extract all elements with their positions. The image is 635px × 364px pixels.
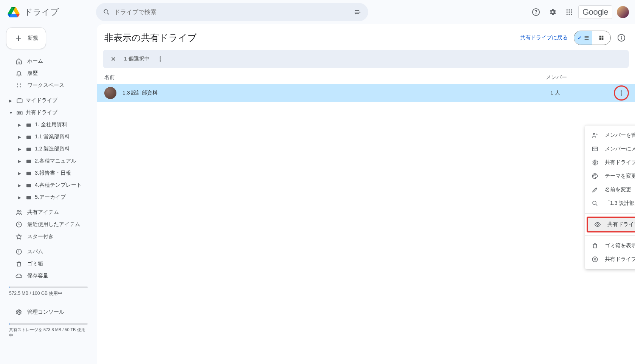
sidebar-trash[interactable]: ゴミ箱 (6, 258, 91, 270)
sidebar-storage[interactable]: 保存容量 (6, 270, 91, 282)
apps-icon[interactable] (562, 5, 577, 20)
menu-item-label: テーマを変更 (605, 173, 635, 180)
sidebar-item-label: 1.2 製造部資料 (35, 146, 70, 152)
svg-point-0 (355, 10, 356, 11)
sidebar-drive-child[interactable]: ▶5.アーカイブ (15, 191, 91, 203)
sidebar-drive-child[interactable]: ▶1.2 製造部資料 (15, 143, 91, 155)
selection-more-icon[interactable] (153, 51, 168, 67)
selection-bar: 1 個選択中 (103, 50, 629, 68)
svg-point-30 (20, 211, 21, 212)
star-icon (15, 233, 23, 240)
svg-rect-38 (602, 38, 604, 40)
row-name-label: 1.3 設計部資料 (122, 90, 550, 96)
caret-right-icon[interactable]: ▶ (18, 135, 23, 139)
sidebar-item-label: 管理コンソール (27, 309, 64, 316)
sidebar-item-label: 共有ドライブ (26, 109, 57, 116)
sidebar-item-label: マイドライブ (26, 97, 57, 104)
delete-icon (591, 256, 599, 263)
sidebar-admin-console[interactable]: 管理コンソール (6, 306, 91, 319)
grid-view-button[interactable] (592, 31, 610, 45)
caret-right-icon[interactable]: ▶ (18, 171, 23, 175)
menu-change-theme[interactable]: テーマを変更▶ (585, 169, 635, 183)
google-logo[interactable]: Google (578, 5, 612, 19)
svg-point-13 (571, 14, 572, 15)
search-input[interactable] (114, 9, 350, 15)
menu-view-trash[interactable]: ゴミ箱を表示 (585, 239, 635, 252)
menu-email-members[interactable]: メンバーにメールを送信 (585, 142, 635, 156)
cloud-icon (15, 273, 23, 279)
new-button[interactable]: 新規 (6, 27, 46, 49)
menu-divider (585, 213, 635, 214)
svg-point-34 (18, 311, 20, 313)
svg-point-47 (593, 133, 595, 135)
svg-point-46 (621, 94, 622, 96)
sidebar-drive-child[interactable]: ▶1.1 営業部資料 (15, 131, 91, 143)
caret-down-icon[interactable]: ▼ (9, 111, 14, 115)
manage-members-icon (591, 132, 599, 139)
back-to-shared-drives-link[interactable]: 共有ドライブに戻る (520, 34, 568, 41)
details-info-icon[interactable] (614, 30, 629, 45)
caret-right-icon[interactable]: ▶ (18, 123, 23, 127)
caret-right-icon[interactable]: ▶ (18, 159, 23, 163)
menu-unhide-shared-drive[interactable]: 共有ドライブを再表示 (588, 218, 635, 231)
clear-selection-icon[interactable] (106, 51, 121, 67)
menu-item-label: メンバーを管理 (605, 132, 635, 139)
sidebar-item-label: スター付き (27, 233, 54, 240)
sidebar-shared-drives[interactable]: ▼共有ドライブ (6, 107, 91, 119)
svg-point-33 (19, 253, 19, 253)
caret-right-icon[interactable]: ▶ (18, 195, 23, 200)
caret-right-icon[interactable]: ▶ (18, 183, 23, 187)
sidebar-shared-with-me[interactable]: 共有アイテム (6, 206, 91, 218)
sidebar-starred[interactable]: スター付き (6, 231, 91, 243)
sidebar-home[interactable]: ホーム (6, 55, 91, 67)
storage-progress-bar (9, 287, 88, 288)
menu-shared-drive-settings[interactable]: 共有ドライブの設定 (585, 156, 635, 169)
svg-point-17 (20, 86, 21, 87)
shared-storage-progress-bar (9, 323, 88, 325)
sidebar-workspaces[interactable]: ワークスペース (6, 79, 91, 91)
my-drive-icon (16, 97, 23, 104)
search-options-icon[interactable] (350, 5, 365, 20)
trash-icon (591, 242, 599, 249)
search-icon (591, 200, 599, 207)
search-bar[interactable] (96, 3, 368, 21)
sidebar-drive-child[interactable]: ▶2.各種マニュアル (15, 155, 91, 167)
table-row[interactable]: 1.3 設計部資料 1 人 (97, 84, 635, 102)
new-button-label: 新規 (28, 35, 38, 42)
caret-right-icon[interactable]: ▶ (9, 99, 14, 103)
selection-count-label: 1 個選択中 (124, 56, 150, 62)
svg-point-29 (17, 211, 19, 212)
search-icon[interactable] (99, 5, 114, 20)
shared-drive-icon (25, 146, 33, 152)
sidebar-activity[interactable]: 履歴 (6, 67, 91, 79)
sidebar-my-drive[interactable]: ▶マイドライブ (6, 94, 91, 107)
svg-rect-18 (17, 99, 22, 103)
sidebar-drive-child[interactable]: ▶4.各種テンプレート (15, 179, 91, 191)
row-more-actions-button[interactable] (615, 86, 628, 100)
sidebar-spam[interactable]: スパム (6, 246, 91, 258)
menu-manage-members[interactable]: メンバーを管理 (585, 129, 635, 142)
sidebar-drive-child[interactable]: ▶1. 全社用資料 (15, 119, 91, 131)
svg-point-50 (593, 176, 594, 177)
list-view-button[interactable] (574, 31, 592, 45)
sidebar-recent[interactable]: 最近使用したアイテム (6, 218, 91, 231)
menu-delete-shared-drive[interactable]: 共有ドライブを削除 (585, 252, 635, 266)
sidebar: 新規 ホーム 履歴 ワークスペース ▶マイドライブ ▼共有ドライブ ▶1. 全社… (0, 24, 97, 364)
svg-point-41 (160, 56, 161, 57)
sidebar-item-label: 履歴 (27, 70, 38, 77)
shared-drive-icon (25, 122, 33, 128)
settings-icon[interactable] (545, 5, 560, 20)
logo-area[interactable]: ドライブ (6, 5, 93, 20)
sidebar-drive-child[interactable]: ▶3.報告書・日報 (15, 167, 91, 179)
column-name-header[interactable]: 名前 (104, 74, 546, 81)
menu-item-label: ゴミ箱を表示 (605, 242, 635, 249)
people-icon (15, 209, 23, 216)
menu-rename[interactable]: 名前を変更 (585, 183, 635, 197)
caret-right-icon[interactable]: ▶ (18, 147, 23, 151)
account-avatar[interactable] (617, 6, 629, 18)
help-icon[interactable] (528, 5, 544, 20)
svg-point-7 (571, 9, 572, 11)
app-header: ドライブ Google (0, 0, 635, 24)
menu-search-within[interactable]: 「1.3 設計部資料」内を検索 (585, 197, 635, 210)
svg-point-40 (621, 36, 622, 37)
